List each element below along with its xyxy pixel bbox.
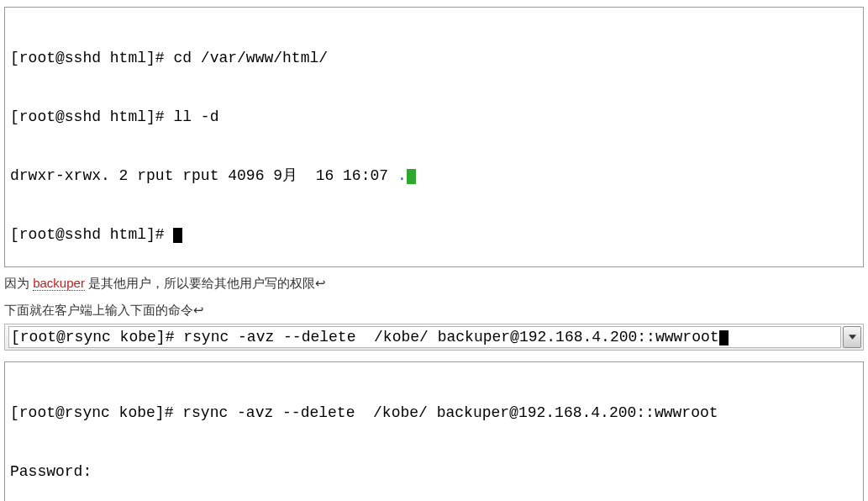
prose-text: 是其他用户，所以要给其他用户写的权限 (85, 276, 315, 290)
dot-icon: . (397, 167, 407, 184)
prose-line-2: 下面就在客户端上输入下面的命令↩ (4, 297, 864, 324)
terminal-text: [root@sshd html]# (10, 226, 173, 243)
command-input[interactable]: [root@rsync kobe]# rsync -avz --delete /… (8, 326, 841, 348)
prose-text: 因为 (4, 276, 33, 290)
prose-text: 下面就在客户端上输入下面的命令 (4, 303, 193, 317)
dropdown-button[interactable] (843, 326, 861, 348)
command-input-row: [root@rsync kobe]# rsync -avz --delete /… (4, 324, 864, 351)
cursor-icon (719, 330, 729, 345)
terminal-line: Password: (10, 462, 858, 482)
terminal-block-2: [root@rsync kobe]# rsync -avz --delete /… (4, 361, 864, 501)
terminal-line: [root@sshd html]# (10, 225, 858, 245)
eol-mark: ↩ (193, 303, 204, 317)
terminal-text: drwxr-xrwx. 2 rput rput 4096 9月 16 16:07 (10, 167, 397, 184)
cursor-icon (407, 169, 416, 184)
terminal-line: [root@rsync kobe]# rsync -avz --delete /… (10, 403, 858, 423)
terminal-line: [root@sshd html]# cd /var/www/html/ (10, 49, 858, 68)
keyword-backuper: backuper (33, 276, 85, 291)
chevron-down-icon (849, 335, 856, 340)
cursor-icon (173, 228, 182, 243)
prose-line-1: 因为 backuper 是其他用户，所以要给其他用户写的权限↩ (4, 270, 864, 297)
terminal-line: [root@sshd html]# ll -d (10, 108, 858, 127)
command-text: [root@rsync kobe]# rsync -avz --delete /… (11, 329, 719, 345)
terminal-block-1: [root@sshd html]# cd /var/www/html/ [roo… (4, 7, 864, 267)
eol-mark: ↩ (315, 276, 326, 290)
terminal-line: drwxr-xrwx. 2 rput rput 4096 9月 16 16:07… (10, 166, 858, 186)
